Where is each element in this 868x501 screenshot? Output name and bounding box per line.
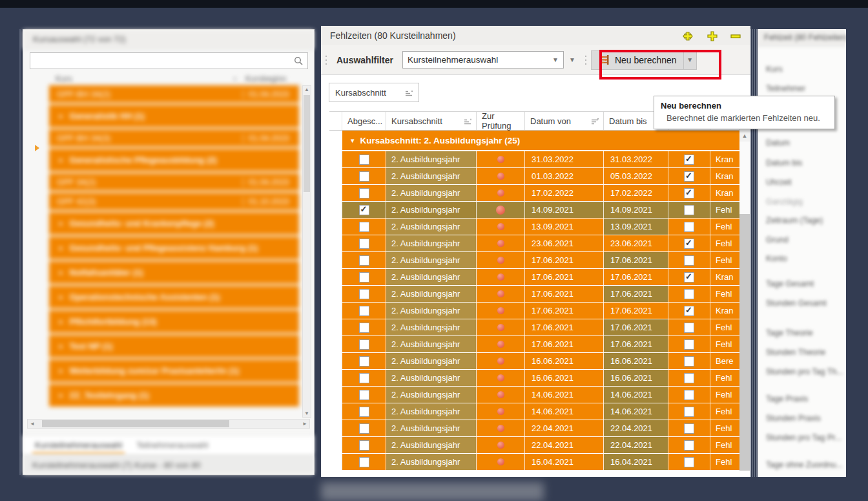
filter-dropdown-button[interactable]: ▼ <box>564 51 581 69</box>
table-row[interactable]: 2. Ausbildungsjahr 14.06.2021 14.06.2021… <box>329 403 739 420</box>
abgeschlossen-checkbox[interactable] <box>359 188 369 198</box>
course-group-row[interactable]: ▸Gesundheits- und Pflegeassistenz Hambur… <box>49 237 299 259</box>
course-row[interactable]: GPF-BH 34(3)01.04.2023 <box>49 129 299 147</box>
table-row[interactable]: 2. Ausbildungsjahr 01.03.2022 05.03.2022… <box>329 168 739 184</box>
flag-checkbox[interactable] <box>684 222 694 232</box>
abgeschlossen-checkbox[interactable] <box>359 356 369 367</box>
table-row[interactable]: 2. Ausbildungsjahr 17.06.2021 17.06.2021… <box>329 269 739 285</box>
abgeschlossen-checkbox[interactable] <box>359 407 369 417</box>
table-row[interactable]: 2. Ausbildungsjahr 22.04.2021 22.04.2021… <box>329 437 739 453</box>
abgeschlossen-checkbox[interactable] <box>359 423 369 434</box>
abgeschlossen-checkbox[interactable] <box>359 289 369 299</box>
table-row[interactable]: 2. Ausbildungsjahr 23.06.2021 23.06.2021… <box>329 235 739 251</box>
flag-checkbox[interactable] <box>684 440 694 451</box>
toolbar-grip[interactable] <box>325 53 327 67</box>
minimize-icon[interactable] <box>730 30 741 42</box>
abgeschlossen-checkbox[interactable] <box>359 457 369 467</box>
course-list-horizontal-scrollbar[interactable]: ◄ ► <box>27 419 310 429</box>
auswahlfilter-combobox[interactable]: Kursteilnehmerauswahl ▼ <box>402 51 564 69</box>
chevron-down-icon[interactable]: ▼ <box>548 56 563 63</box>
abgeschlossen-checkbox[interactable] <box>359 171 369 182</box>
flag-checkbox[interactable] <box>684 306 694 316</box>
column-header-kursabschnitt[interactable]: Kursabschnitt <box>386 112 477 130</box>
table-row[interactable]: 2. Ausbildungsjahr 14.06.2021 14.06.2021… <box>329 387 739 403</box>
course-group-row[interactable]: ▸Generalistik HH (1) <box>49 105 299 127</box>
abgeschlossen-checkbox[interactable] <box>359 272 369 282</box>
add-all-icon[interactable] <box>681 30 695 42</box>
flag-checkbox[interactable] <box>684 171 694 182</box>
abgeschlossen-checkbox[interactable] <box>359 339 369 350</box>
flag-checkbox[interactable] <box>684 323 694 333</box>
table-vertical-scrollbar[interactable]: ▲ <box>739 131 750 471</box>
tab-kursteilnehmerauswahl[interactable]: Kursteilnehmerauswahl <box>32 436 125 454</box>
course-row[interactable]: GPF-BH 34(2)01.04.2023 <box>49 85 299 103</box>
flag-checkbox[interactable] <box>684 255 694 266</box>
table-row[interactable]: 2. Ausbildungsjahr 17.06.2021 17.06.2021… <box>329 336 739 352</box>
abgeschlossen-checkbox[interactable] <box>359 373 369 383</box>
table-row[interactable]: 2. Ausbildungsjahr 17.02.2022 17.02.2022… <box>329 185 739 201</box>
course-group-row[interactable]: ▸Gesundheits- und Krankenpflege (2) <box>49 212 299 235</box>
flag-checkbox[interactable] <box>684 188 694 198</box>
abgeschlossen-checkbox[interactable] <box>359 306 369 316</box>
column-header-kursbeginn[interactable]: Kursbeginn <box>245 74 302 83</box>
scroll-down-icon[interactable]: ▼ <box>304 410 309 416</box>
table-row[interactable]: 2. Ausbildungsjahr 31.03.2022 31.03.2022… <box>329 151 739 167</box>
column-header-datum-von[interactable]: Datum von <box>525 112 604 130</box>
flag-checkbox[interactable] <box>684 339 694 350</box>
abgeschlossen-checkbox[interactable] <box>359 390 369 400</box>
flag-checkbox[interactable] <box>684 155 694 165</box>
abgeschlossen-checkbox[interactable] <box>359 222 369 232</box>
search-input[interactable] <box>30 52 308 69</box>
course-group-row[interactable]: ▸Pflichtfortbildung (13) <box>49 310 299 333</box>
course-group-row[interactable]: ▸Generalistische Pflegeausbildung (2) <box>49 149 299 171</box>
abgeschlossen-checkbox[interactable] <box>359 239 369 249</box>
abgeschlossen-checkbox[interactable] <box>359 155 369 165</box>
table-row[interactable]: 2. Ausbildungsjahr 17.06.2021 17.06.2021… <box>329 252 739 268</box>
table-row[interactable]: 2. Ausbildungsjahr 22.04.2021 22.04.2021… <box>329 420 739 436</box>
flag-checkbox[interactable] <box>684 239 694 249</box>
course-group-row[interactable]: ▸Operationstechnische Assistenten (1) <box>49 286 299 308</box>
tab-teilnehmerauswahl[interactable]: Teilnehmerauswahl <box>134 436 211 454</box>
flag-checkbox[interactable] <box>684 272 694 282</box>
table-row[interactable]: 2. Ausbildungsjahr 16.06.2021 16.06.2021… <box>329 353 739 369</box>
course-group-row[interactable]: ▸Notfallsanitäter (1) <box>49 261 299 284</box>
flag-checkbox[interactable] <box>684 407 694 417</box>
course-group-row[interactable]: ▸ZZ_Testlehrgang (1) <box>49 384 299 407</box>
table-row[interactable]: 2. Ausbildungsjahr 17.06.2021 17.06.2021… <box>329 286 739 302</box>
groupby-kursabschnitt[interactable]: Kursabschnitt <box>329 83 419 102</box>
abgeschlossen-checkbox[interactable] <box>359 440 369 451</box>
flag-checkbox[interactable] <box>684 289 694 299</box>
table-row[interactable]: 2. Ausbildungsjahr 14.09.2021 14.09.2021… <box>329 202 739 218</box>
scrollbar-thumb[interactable] <box>42 420 229 427</box>
course-row[interactable]: GPF 42(3)01.10.2023 <box>49 193 299 210</box>
column-header-abgesc-[interactable]: Abgesc... <box>342 112 386 130</box>
scroll-left-icon[interactable]: ◄ <box>30 421 35 427</box>
scrollbar-thumb[interactable] <box>304 95 310 192</box>
scroll-up-icon[interactable]: ▲ <box>739 131 750 142</box>
column-header-zur-prüfung[interactable]: Zur Prüfung <box>477 112 525 130</box>
table-row[interactable]: 2. Ausbildungsjahr 13.09.2021 13.09.2021… <box>329 219 739 235</box>
abgeschlossen-checkbox[interactable] <box>359 205 369 215</box>
course-group-row[interactable]: ▸Weiterbildung zum/zur Praxisanleiter/in… <box>49 359 299 382</box>
abgeschlossen-checkbox[interactable] <box>359 323 369 333</box>
scrollbar-thumb[interactable] <box>739 142 750 214</box>
table-row[interactable]: 2. Ausbildungsjahr 17.06.2021 17.06.2021… <box>329 303 739 319</box>
toolbar-grip[interactable] <box>584 53 587 67</box>
course-list-vertical-scrollbar[interactable]: ▲ ▼ <box>302 85 311 418</box>
collapse-icon[interactable]: ▾ <box>351 136 355 145</box>
course-row[interactable]: GPF 34(2)01.04.2023 <box>49 173 299 191</box>
column-header[interactable] <box>329 112 342 130</box>
flag-checkbox[interactable] <box>684 423 694 434</box>
group-header-row[interactable]: ▾ Kursabschnitt: 2. Ausbildungsjahr (25) <box>342 131 739 150</box>
flag-checkbox[interactable] <box>684 373 694 383</box>
flag-checkbox[interactable] <box>684 205 694 215</box>
table-row[interactable]: 2. Ausbildungsjahr 17.06.2021 17.06.2021… <box>329 319 739 336</box>
flag-checkbox[interactable] <box>684 457 694 467</box>
course-list-header[interactable]: Kurs ▾ Kursbeginn <box>49 72 302 86</box>
scroll-right-icon[interactable]: ► <box>302 421 307 427</box>
flag-checkbox[interactable] <box>684 356 694 367</box>
course-group-row[interactable]: ▸Test NP (1) <box>49 335 299 357</box>
flag-checkbox[interactable] <box>684 390 694 400</box>
add-icon[interactable] <box>707 30 718 42</box>
abgeschlossen-checkbox[interactable] <box>359 255 369 266</box>
